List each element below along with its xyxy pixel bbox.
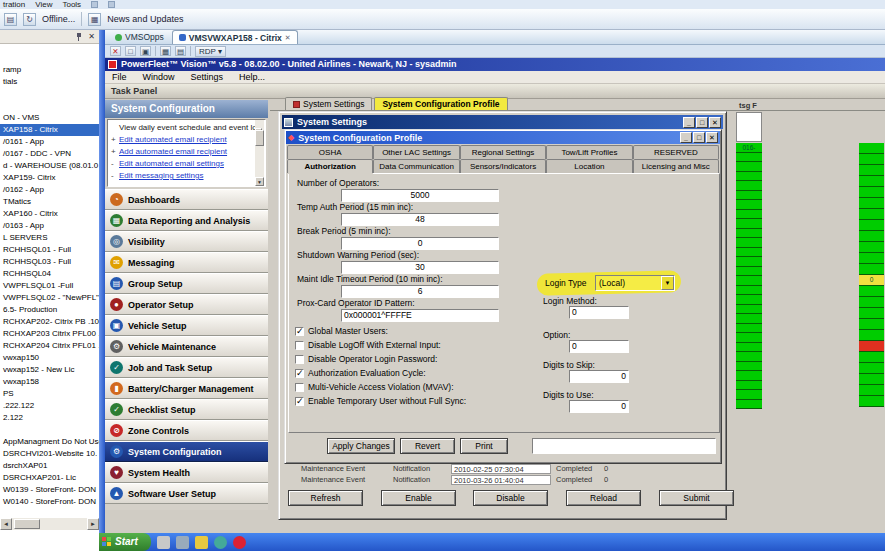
pin-icon[interactable]: [75, 32, 84, 42]
start-button[interactable]: Start: [99, 533, 151, 551]
prox-card-pattern-input[interactable]: 0x000001^FFFFE: [341, 309, 499, 322]
tree-item[interactable]: RCHHSQL03 - Full: [0, 256, 99, 268]
quick-launch-icon[interactable]: [233, 536, 246, 549]
sidebar-link[interactable]: -Edit automated email settings: [111, 158, 255, 170]
dialog-titlebar[interactable]: System Settings _ □ ✕: [282, 115, 723, 129]
menu-view[interactable]: View: [35, 0, 52, 9]
tree-item[interactable]: RCHXAP203 Citrix PFL00 .1: [0, 328, 99, 340]
tree-item[interactable]: [0, 88, 99, 100]
global-master-users-checkbox[interactable]: [295, 327, 304, 336]
authorization-evaluation-cycle-checkbox[interactable]: [295, 369, 304, 378]
login-method-input[interactable]: 0: [569, 306, 629, 319]
tree-item[interactable]: /0161 - App: [0, 136, 99, 148]
revert-button[interactable]: Revert: [400, 438, 455, 454]
tab-osha[interactable]: OSHA: [287, 145, 373, 159]
tree-item[interactable]: VWPFLSQL01 -Full: [0, 280, 99, 292]
tree-item[interactable]: AppManagment Do Not Use: [0, 436, 99, 448]
sidebar-item-visibility[interactable]: ◎ Visibility: [105, 231, 268, 252]
sidebar-links-scrollbar[interactable]: ▲ ▼: [255, 120, 264, 186]
tree-item[interactable]: /0163 - App: [0, 220, 99, 232]
menu-item[interactable]: Window: [143, 71, 175, 83]
scrollbar-thumb[interactable]: [255, 130, 264, 146]
document-icon[interactable]: ▤: [4, 13, 17, 26]
digits-to-use-input[interactable]: 0: [569, 400, 629, 413]
tab-licensing-and-misc[interactable]: Licensing and Misc: [633, 159, 719, 173]
menu-item[interactable]: Settings: [191, 71, 224, 83]
scroll-down-icon[interactable]: ▼: [255, 177, 264, 186]
tree-item[interactable]: /0167 - DDC - VPN: [0, 148, 99, 160]
scroll-right-icon[interactable]: ►: [87, 518, 99, 530]
toolbar-icon[interactable]: [91, 1, 98, 8]
tree-item[interactable]: RCHHSQL01 - Full: [0, 244, 99, 256]
multi-vehicle-access-violation-checkbox[interactable]: [295, 383, 304, 392]
sidebar-link[interactable]: +Edit automated email recipient: [111, 134, 255, 146]
sidebar-item-battery-charger[interactable]: ▮ Battery/Charger Management: [105, 378, 268, 399]
sidebar-item-system-configuration[interactable]: ⚙ System Configuration: [105, 441, 268, 462]
apply-changes-button[interactable]: Apply Changes: [327, 438, 395, 454]
tab-other-lac-settings[interactable]: Other LAC Settings: [373, 145, 459, 159]
close-session-icon[interactable]: ✕: [110, 46, 121, 56]
offline-label[interactable]: Offline...: [42, 14, 75, 24]
sidebar-item-messaging[interactable]: ✉ Messaging: [105, 252, 268, 273]
tab-reserved[interactable]: RESERVED: [633, 145, 719, 159]
quick-launch-icon[interactable]: [157, 536, 170, 549]
tree-item[interactable]: DSRCHXAP201- Lic: [0, 472, 99, 484]
close-icon[interactable]: ✕: [88, 32, 95, 41]
table-row[interactable]: Maintenance Event Notification 2010-02-2…: [279, 464, 728, 475]
tree-item[interactable]: PS: [0, 388, 99, 400]
digits-to-skip-input[interactable]: 0: [569, 370, 629, 383]
minimize-window-icon[interactable]: □: [125, 46, 136, 56]
sidebar-item-operator-setup[interactable]: ● Operator Setup: [105, 294, 268, 315]
sidebar-item-checklist-setup[interactable]: ✓ Checklist Setup: [105, 399, 268, 420]
maint-idle-timeout-input[interactable]: 6: [341, 285, 499, 298]
break-period-input[interactable]: 0: [341, 237, 499, 250]
tree-item[interactable]: d - WAREHOUSE (08.01.0: [0, 160, 99, 172]
tab-system-configuration-profile[interactable]: System Configuration Profile: [374, 97, 507, 110]
tree-item[interactable]: RCHXAP204 Citrix PFL01 .1: [0, 340, 99, 352]
sidebar-item-zone-controls[interactable]: ⊘ Zone Controls: [105, 420, 268, 441]
tree-item[interactable]: 2.122: [0, 412, 99, 424]
sidebar-item-group-setup[interactable]: ▤ Group Setup: [105, 273, 268, 294]
restore-window-icon[interactable]: ▣: [140, 46, 151, 56]
inner-titlebar[interactable]: ◆ System Configuration Profile _ □ ✕: [286, 131, 720, 144]
tree-item[interactable]: W0139 - StoreFront- DON: [0, 484, 99, 496]
minimize-icon[interactable]: _: [680, 132, 692, 143]
tree-item[interactable]: .222.122: [0, 400, 99, 412]
reload-button[interactable]: Reload: [566, 490, 641, 506]
quick-launch-icon[interactable]: [176, 536, 189, 549]
refresh-icon[interactable]: ↻: [23, 13, 36, 26]
print-button[interactable]: Print: [460, 438, 508, 454]
news-and-updates-label[interactable]: News and Updates: [107, 14, 183, 24]
sidebar-item-job-task-setup[interactable]: ✓ Job and Task Setup: [105, 357, 268, 378]
tab-location[interactable]: Location: [546, 159, 632, 173]
sidebar-link[interactable]: -Edit messaging settings: [111, 170, 255, 182]
sidebar-item-dashboards[interactable]: ◔ Dashboards: [105, 189, 268, 210]
toolbar-icon[interactable]: [108, 1, 115, 8]
tab-data-communication[interactable]: Data Communication: [373, 159, 459, 173]
preferences-icon[interactable]: ▤: [175, 46, 186, 56]
menu-item[interactable]: Help...: [239, 71, 265, 83]
tree-item[interactable]: TMatics: [0, 196, 99, 208]
close-icon[interactable]: ✕: [709, 117, 721, 128]
temp-auth-period-input[interactable]: 48: [341, 213, 499, 226]
sidebar-item-vehicle-setup[interactable]: ▣ Vehicle Setup: [105, 315, 268, 336]
refresh-button[interactable]: Refresh: [288, 490, 363, 506]
tree-item[interactable]: W0140 - StoreFront- DON: [0, 496, 99, 508]
tree-item[interactable]: ON - VMS: [0, 112, 99, 124]
tree-item[interactable]: /0162 - App: [0, 184, 99, 196]
maximize-icon[interactable]: □: [693, 132, 705, 143]
disable-button[interactable]: Disable: [473, 490, 548, 506]
minimize-icon[interactable]: _: [683, 117, 695, 128]
tab-regional-settings[interactable]: Regional Settings: [460, 145, 546, 159]
login-type-select[interactable]: (Local) ▼: [595, 275, 675, 291]
sidebar-link[interactable]: View daily event schedule and event log: [111, 122, 255, 134]
tree-item[interactable]: RCHXAP202- Citrix PB .103: [0, 316, 99, 328]
sidebar-link[interactable]: +Add automated email recipient: [111, 146, 255, 158]
menu-administration[interactable]: tration: [3, 0, 25, 9]
table-row[interactable]: Maintenance Event Notification 2010-03-2…: [279, 475, 728, 486]
tree-item[interactable]: 6.5- Production: [0, 304, 99, 316]
tree-item[interactable]: tials: [0, 76, 99, 88]
scroll-left-icon[interactable]: ◄: [0, 518, 12, 530]
tree-item[interactable]: dsrchXAP01: [0, 460, 99, 472]
maximize-icon[interactable]: □: [696, 117, 708, 128]
